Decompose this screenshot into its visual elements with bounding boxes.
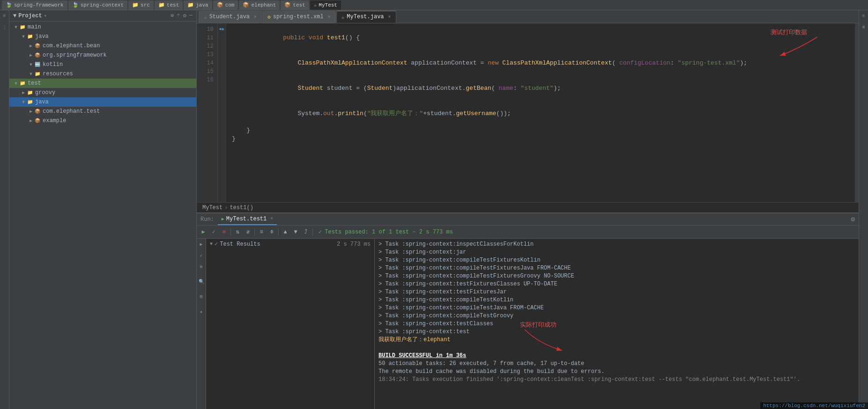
bottom-icon-4[interactable]: 🔍 <box>198 278 205 285</box>
project-dropdown-icon[interactable]: ▾ <box>44 13 47 19</box>
right-area: ☕ Student.java × ⚙ spring-test.xml × ☕ M… <box>197 10 859 409</box>
tree-item-com-elephant-test[interactable]: ▶ 📦 com.elephant.test <box>9 107 196 116</box>
tree-item-kotlin[interactable]: ▼ 🔤 kotlin <box>9 60 196 69</box>
sort-button[interactable]: ≡ <box>257 227 266 237</box>
line-number-13: 13 <box>197 51 214 59</box>
bottom-icon-2[interactable]: ✓ <box>198 252 205 259</box>
toolbar-sep-2 <box>254 228 255 236</box>
student-tab-label: Student.java <box>209 14 250 20</box>
browser-tab-src[interactable]: 📁 src <box>128 0 154 10</box>
tree-label-test-root: test <box>28 80 41 87</box>
browser-tab-test[interactable]: 📁 test <box>155 0 183 10</box>
package-icon-org: 📦 <box>34 52 41 58</box>
line-number-10: 10 <box>197 25 214 34</box>
down-button[interactable]: ▼ <box>291 227 300 237</box>
left-toolbar-icon-1[interactable]: ≡ <box>1 12 8 20</box>
breadcrumb-mytest: MyTest <box>202 204 223 211</box>
test-check-icon: ✓ <box>215 241 218 248</box>
mytest-tab-close[interactable]: × <box>388 15 391 20</box>
tree-item-example[interactable]: ▶ 📦 example <box>9 116 196 125</box>
code-line-15: } <box>232 135 849 143</box>
browser-tab-java[interactable]: 📁 java <box>184 0 212 10</box>
tree-item-test-root[interactable]: ▼ 📁 test <box>9 79 196 88</box>
tree-item-org-springframework[interactable]: ▶ 📦 org.springframework <box>9 51 196 60</box>
panel-action-minimize[interactable]: — <box>189 12 193 19</box>
project-panel-header: ▼ Project ▾ ⊕ ÷ ⚙ — <box>9 10 196 22</box>
bottom-icon-1[interactable]: ▶ <box>198 241 205 248</box>
browser-tab-label: MyTest <box>319 2 337 8</box>
tree-item-main[interactable]: ▼ 📁 main <box>9 22 196 32</box>
gutter-area: ●▶ <box>218 23 226 202</box>
bottom-panel-settings-icon[interactable]: ⚙ <box>851 215 855 223</box>
editor-scrollbar[interactable] <box>855 23 859 202</box>
output-line-12: 我获取用户名了：elephant <box>378 336 855 344</box>
filter-button[interactable]: ≑ <box>267 227 276 237</box>
browser-tab-label: spring-framework <box>14 2 64 8</box>
gutter-run-10[interactable]: ●▶ <box>218 25 226 34</box>
browser-tab-label: test <box>167 2 179 8</box>
line-number-12: 12 <box>197 42 214 51</box>
tree-item-com-elephant-bean[interactable]: ▶ 📦 com.elephant.bean <box>9 41 196 51</box>
code-content[interactable]: public void test1() { ClassPathXmlApplic… <box>226 23 855 202</box>
bottom-icon-6[interactable]: ★ <box>198 308 205 315</box>
export-button[interactable]: ⤴ <box>301 227 311 237</box>
rerun-button[interactable]: ⇅ <box>233 227 242 237</box>
run-tab-mytest[interactable]: ▶ MyTest.test1 × <box>218 214 277 225</box>
editor-tab-spring-test[interactable]: ⚙ spring-test.xml × <box>262 11 336 23</box>
code-line-12: Student student = (Student)applicationCo… <box>232 76 849 101</box>
tree-item-groovy[interactable]: ▶ 📁 groovy <box>9 88 196 97</box>
tree-label-java: java <box>35 33 49 40</box>
browser-tab-test2[interactable]: 📦 test <box>281 0 309 10</box>
run-button[interactable]: ▶ <box>199 227 208 237</box>
tree-label-example: example <box>43 117 66 124</box>
browser-tab-label: test <box>293 2 305 8</box>
browser-tab-com[interactable]: 📦 com <box>213 0 238 10</box>
output-line-2: > Task :spring-context:compileTestFixtur… <box>378 256 855 264</box>
code-line-14: } <box>232 126 849 135</box>
browser-tab-spring-framework[interactable]: 🍃 spring-framework <box>2 0 67 10</box>
breadcrumb-test1: test1() <box>230 204 253 211</box>
output-line-7: > Task :spring-context:compileTestKotlin <box>378 296 855 304</box>
panel-action-expand[interactable]: ÷ <box>177 12 180 19</box>
stop-button[interactable]: ⊗ <box>219 227 229 237</box>
output-line-10: > Task :spring-context:testClasses <box>378 320 855 328</box>
toolbar-sep-1 <box>230 228 231 236</box>
breadcrumb-sep: › <box>224 204 228 211</box>
tree-label-cet: com.elephant.test <box>43 108 100 115</box>
right-icon-1[interactable]: ≡ <box>860 12 868 20</box>
editor-tabs: ☕ Student.java × ⚙ spring-test.xml × ☕ M… <box>197 10 859 23</box>
browser-tab-mytest[interactable]: ☕ MyTest <box>310 0 341 10</box>
tree-label-resources: resources <box>43 71 73 77</box>
folder-icon-resources: 📁 <box>34 71 41 77</box>
bottom-icon-3[interactable]: ⊗ <box>198 263 205 270</box>
folder-icon-kotlin: 🔤 <box>34 62 41 67</box>
rerun-failed-button[interactable]: ⇵ <box>243 227 252 237</box>
tree-item-resources[interactable]: ▼ 📁 resources <box>9 69 196 79</box>
panel-action-settings[interactable]: ⚙ <box>183 12 186 19</box>
panel-action-locate[interactable]: ⊕ <box>171 12 174 19</box>
browser-tab-elephant[interactable]: 📦 elephant <box>239 0 280 10</box>
tree-label-main: main <box>28 24 41 30</box>
right-icon-2[interactable]: ⊕ <box>860 23 868 31</box>
editor-tab-student[interactable]: ☕ Student.java × <box>199 11 262 23</box>
test-result-label: Test Results <box>220 241 260 248</box>
run-tab-close[interactable]: × <box>270 216 273 221</box>
tree-item-java-test[interactable]: ▼ 📁 java <box>9 97 196 107</box>
project-icon: ▼ <box>13 13 16 19</box>
code-line-10: public void test1() { <box>232 25 849 51</box>
springtest-tab-icon: ⚙ <box>267 14 271 20</box>
tree-item-java[interactable]: ▼ 📁 java <box>9 32 196 41</box>
output-line-11: > Task :spring-context:test <box>378 328 855 336</box>
editor-tab-mytest[interactable]: ☕ MyTest.java × <box>336 11 396 23</box>
package-icon-ceb: 📦 <box>34 43 41 49</box>
browser-tabs-bar: 🍃 spring-framework 🍃 spring-context 📁 sr… <box>0 0 868 10</box>
left-toolbar-icon-2[interactable]: ⋮ <box>1 23 8 31</box>
up-button[interactable]: ▲ <box>281 227 290 237</box>
browser-tab-spring-context[interactable]: 🍃 spring-context <box>68 0 127 10</box>
springtest-tab-close[interactable]: × <box>328 15 331 20</box>
bottom-icon-5[interactable]: ⊞ <box>198 293 205 300</box>
test-result-root[interactable]: ▼ ✓ Test Results 2 s 773 ms <box>206 239 374 249</box>
student-tab-close[interactable]: × <box>254 15 257 20</box>
tree-arrow-groovy: ▶ <box>21 90 26 95</box>
pass-check-button[interactable]: ✓ <box>209 227 218 237</box>
